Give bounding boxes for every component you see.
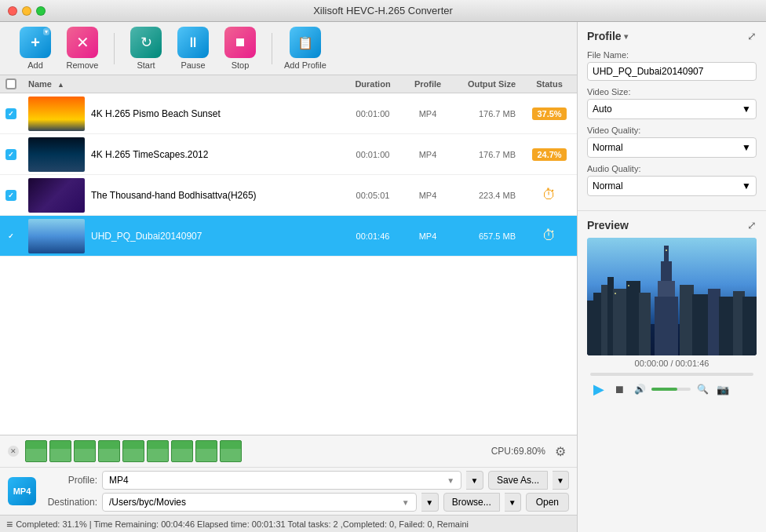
row-profile: MP4 — [404, 191, 451, 200]
add-profile-button[interactable]: 📋 Add Profile — [284, 27, 326, 70]
file-row[interactable]: The Thousand-hand Bodhisattva(H265) 00:0… — [0, 175, 577, 216]
save-as-button[interactable]: Save As... — [488, 471, 548, 490]
status-bar: ≡ Completed: 31.1% | Time Remaining: 00:… — [0, 515, 577, 532]
add-icon: + ▾ — [20, 27, 51, 58]
row-checkbox[interactable] — [5, 231, 16, 242]
profile-select[interactable]: MP4 ▼ — [102, 471, 461, 490]
stop-button[interactable]: ⏹ Stop — [221, 27, 260, 70]
toolbar-separator-2 — [272, 33, 272, 64]
profile-section-title: Profile ▾ — [587, 30, 628, 42]
svg-rect-14 — [692, 294, 709, 355]
add-button[interactable]: + ▾ Add — [16, 27, 55, 70]
svg-rect-19 — [666, 250, 667, 251]
file-name: UHD_PQ_Dubai20140907 — [91, 231, 341, 242]
preview-expand-icon[interactable]: ⤢ — [747, 219, 757, 231]
row-status: ⏱ — [522, 187, 577, 203]
right-panel: Profile ▾ ⤢ File Name: Video Size: Auto … — [578, 22, 766, 532]
video-quality-select[interactable]: Normal ▼ — [587, 137, 757, 158]
svg-rect-12 — [639, 293, 651, 355]
main-container: + ▾ Add ✕ Remove ↻ Start ⏸ — [0, 22, 766, 532]
row-checkbox[interactable] — [5, 190, 16, 201]
thumbnail — [28, 137, 85, 172]
video-quality-label: Video Quality: — [587, 126, 757, 135]
row-checkbox-container — [0, 149, 22, 160]
stop-control-button[interactable]: ⏹ — [611, 381, 628, 398]
row-output-size: 176.7 MB — [451, 150, 522, 159]
row-checkbox-container — [0, 231, 22, 242]
maximize-button[interactable] — [36, 6, 46, 16]
preview-header: Preview ⤢ — [587, 219, 757, 231]
row-duration: 00:01:46 — [341, 231, 404, 241]
clock-icon: ⏱ — [542, 228, 556, 243]
output-size-header: Output Size — [451, 79, 522, 89]
mini-bar — [171, 440, 193, 462]
duration-header: Duration — [341, 79, 404, 89]
status-text: Completed: 31.1% | Time Remaining: 00:04… — [16, 519, 571, 529]
destination-arrow-icon: ▼ — [402, 498, 410, 507]
row-checkbox[interactable] — [5, 108, 16, 119]
row-duration: 00:01:00 — [341, 150, 404, 159]
video-size-arrow-icon: ▼ — [742, 104, 751, 115]
destination-dropdown-button[interactable]: ▼ — [421, 493, 439, 512]
video-size-select[interactable]: Auto ▼ — [587, 99, 757, 119]
row-checkbox[interactable] — [5, 149, 16, 160]
profile-dropdown-button[interactable]: ▼ — [466, 471, 483, 490]
minimize-button[interactable] — [22, 6, 31, 16]
mini-bar — [147, 440, 169, 462]
play-button[interactable]: ▶ — [590, 381, 607, 398]
left-panel: + ▾ Add ✕ Remove ↻ Start ⏸ — [0, 22, 578, 532]
audio-quality-select[interactable]: Normal ▼ — [587, 176, 757, 196]
file-name-input[interactable] — [587, 62, 757, 81]
video-quality-arrow-icon: ▼ — [742, 142, 751, 153]
mini-bar — [25, 440, 47, 462]
profile-row: MP4 Profile: MP4 ▼ ▼ Save As... ▼ — [0, 468, 577, 515]
preview-timecode: 00:00:00 / 00:01:46 — [587, 359, 757, 368]
profile-section-header: Profile ▾ ⤢ — [587, 30, 757, 42]
pause-button[interactable]: ⏸ Pause — [173, 27, 213, 70]
header-check-col — [0, 78, 22, 89]
start-button[interactable]: ↻ Start — [126, 27, 166, 70]
row-status: 24.7% — [522, 148, 577, 161]
audio-quality-field: Audio Quality: Normal ▼ — [587, 164, 757, 196]
close-button[interactable] — [8, 6, 17, 16]
file-row-selected[interactable]: UHD_PQ_Dubai20140907 00:01:46 MP4 657.5 … — [0, 216, 577, 257]
destination-value: /Users/byc/Movies — [109, 497, 186, 508]
row-duration: 00:05:01 — [341, 191, 404, 200]
save-as-dropdown-button[interactable]: ▼ — [553, 471, 569, 490]
mini-bar — [195, 440, 217, 462]
fullscreen-icon[interactable]: ⤢ — [747, 30, 757, 42]
open-button[interactable]: Open — [526, 493, 569, 512]
add-profile-label: Add Profile — [284, 60, 326, 70]
camera-icon[interactable]: 📷 — [714, 381, 731, 398]
gear-button[interactable]: ⚙ — [552, 443, 569, 460]
stop-label: Stop — [232, 60, 250, 70]
file-row[interactable]: 4K H.265 Pismo Beach Sunset 00:01:00 MP4… — [0, 93, 577, 134]
browse-button[interactable]: Browse... — [443, 493, 500, 512]
pause-icon: ⏸ — [177, 27, 209, 58]
volume-bar[interactable] — [651, 388, 691, 391]
browse-label: Browse... — [452, 497, 491, 508]
header-checkbox[interactable] — [5, 78, 16, 89]
video-size-label: Video Size: — [587, 87, 757, 97]
add-label: Add — [27, 60, 43, 70]
remove-button[interactable]: ✕ Remove — [63, 27, 102, 70]
add-profile-icon: 📋 — [290, 27, 321, 58]
profile-format-icon: MP4 — [8, 477, 36, 505]
svg-rect-13 — [680, 285, 694, 355]
video-size-value: Auto — [593, 104, 612, 115]
svg-rect-5 — [607, 277, 614, 355]
preview-controls: ▶ ⏹ 🔊 🔍 📷 — [587, 381, 757, 398]
preview-seek-bar[interactable] — [590, 373, 753, 376]
zoom-icon[interactable]: 🔍 — [694, 381, 711, 398]
save-as-label: Save As... — [497, 475, 539, 486]
row-checkbox-container — [0, 190, 22, 201]
status-badge: 24.7% — [532, 148, 566, 161]
svg-rect-9 — [655, 297, 678, 355]
destination-select[interactable]: /Users/byc/Movies ▼ — [102, 493, 417, 512]
file-row[interactable]: 4K H.265 TimeScapes.2012 00:01:00 MP4 17… — [0, 134, 577, 175]
mini-bar — [98, 440, 120, 462]
row-profile: MP4 — [404, 150, 451, 159]
cpu-bar-close-button[interactable]: ✕ — [8, 446, 19, 457]
browse-dropdown-button[interactable]: ▼ — [505, 493, 521, 512]
preview-title: Preview — [587, 219, 629, 231]
